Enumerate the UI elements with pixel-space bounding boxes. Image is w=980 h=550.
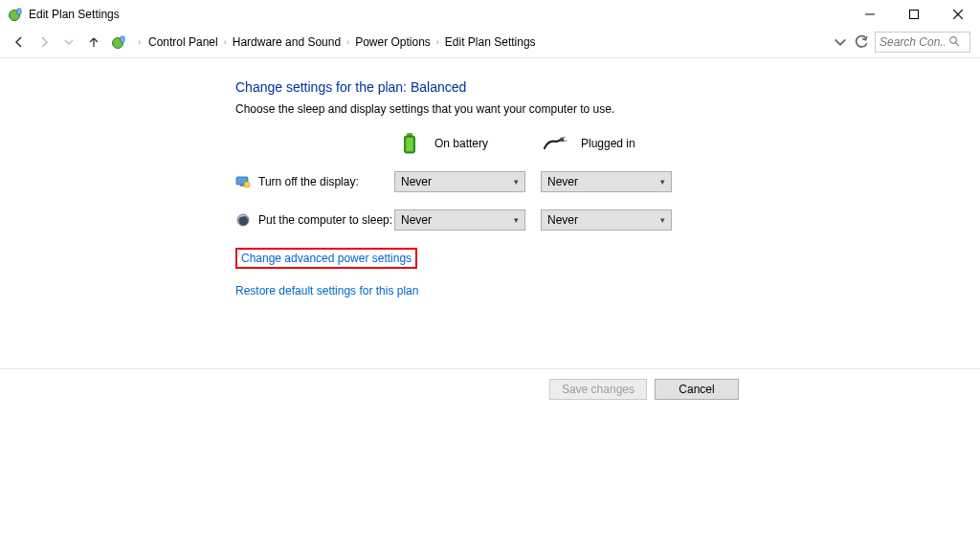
chevron-down-icon: ▾ [660,215,665,225]
up-button[interactable] [84,33,103,52]
breadcrumb-item[interactable]: Hardware and Sound [233,35,341,49]
select-value: Never [547,213,578,227]
svg-line-9 [956,43,959,46]
page-title: Change settings for the plan: Balanced [235,79,980,95]
svg-point-16 [244,182,250,187]
address-bar: › Control Panel › Hardware and Sound › P… [0,29,980,55]
power-options-icon [8,7,23,22]
control-panel-icon [111,34,126,50]
search-field[interactable] [880,35,945,49]
svg-rect-10 [407,133,412,136]
close-button[interactable] [936,0,980,29]
highlight-box: Change advanced power settings [235,248,417,269]
breadcrumb: Control Panel › Hardware and Sound › Pow… [148,35,536,49]
select-value: Never [401,213,432,227]
select-value: Never [401,175,432,188]
chevron-right-icon: › [222,37,229,47]
battery-icon [394,133,425,154]
advanced-power-settings-link[interactable]: Change advanced power settings [241,252,412,265]
search-icon [948,35,960,50]
on-battery-label: On battery [434,137,488,150]
sleep-timeout-row: Put the computer to sleep: Never ▾ Never… [235,209,980,231]
window-controls [848,0,980,29]
sleep-timeout-label: Put the computer to sleep: [258,213,392,227]
sleep-icon [235,212,251,228]
display-icon [235,174,251,189]
breadcrumb-item[interactable]: Control Panel [148,35,218,49]
forward-button[interactable] [34,33,54,52]
cancel-button[interactable]: Cancel [655,379,739,400]
breadcrumb-item[interactable]: Power Options [355,35,431,49]
cancel-button-label: Cancel [679,383,714,396]
sleep-plugged-select[interactable]: Never ▾ [541,209,672,231]
display-plugged-select[interactable]: Never ▾ [541,171,672,192]
minimize-button[interactable] [848,0,892,29]
back-button[interactable] [10,33,29,52]
chevron-right-icon: › [434,37,441,47]
save-button-label: Save changes [562,383,635,396]
display-timeout-row: Turn off the display: Never ▾ Never ▾ [235,171,980,192]
sleep-battery-select[interactable]: Never ▾ [394,209,525,231]
select-value: Never [547,175,578,188]
search-input[interactable] [875,32,970,53]
display-battery-select[interactable]: Never ▾ [394,171,525,192]
recent-dropdown-icon[interactable] [59,33,78,52]
footer-buttons: Save changes Cancel [0,368,980,400]
chevron-right-icon: › [345,37,351,47]
address-dropdown-icon[interactable] [833,34,848,50]
chevron-down-icon: ▾ [514,215,519,225]
main-content: Change settings for the plan: Balanced C… [0,58,980,297]
window-title: Edit Plan Settings [29,8,120,21]
chevron-down-icon: ▾ [514,177,519,187]
chevron-down-icon: ▾ [660,177,665,187]
breadcrumb-item[interactable]: Edit Plan Settings [445,35,536,49]
restore-defaults-link[interactable]: Restore default settings for this plan [235,284,418,297]
svg-rect-7 [121,36,124,42]
refresh-icon[interactable] [854,34,869,50]
titlebar: Edit Plan Settings [0,0,980,29]
svg-rect-1 [17,9,21,14]
save-button[interactable]: Save changes [549,379,647,400]
svg-point-13 [560,138,565,142]
plugged-in-label: Plugged in [581,137,635,150]
maximize-button[interactable] [892,0,936,29]
display-timeout-label: Turn off the display: [258,175,359,188]
svg-point-8 [950,36,957,43]
chevron-right-icon: › [136,37,143,47]
svg-rect-12 [407,138,413,151]
column-headers: On battery Plugged in [235,133,980,154]
svg-rect-15 [240,185,244,187]
plug-icon [541,137,571,150]
page-subtitle: Choose the sleep and display settings th… [235,102,980,116]
svg-rect-3 [910,11,919,19]
